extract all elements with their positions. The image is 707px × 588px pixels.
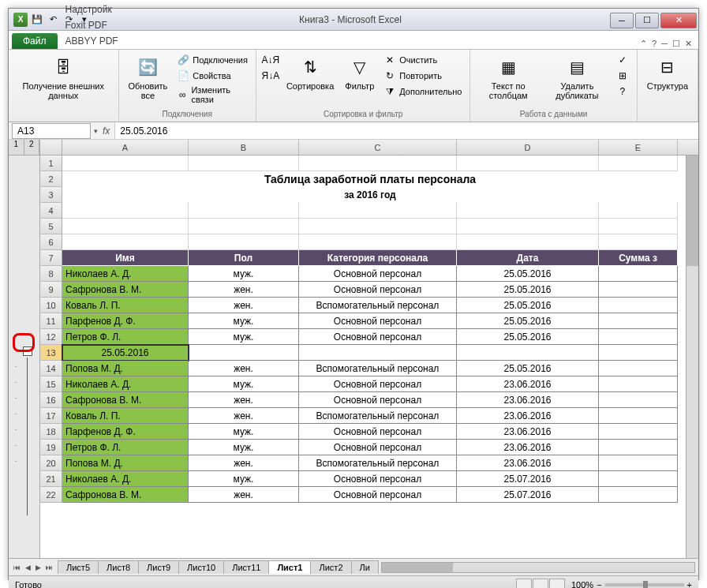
cell-date[interactable]: 25.05.2016: [457, 329, 599, 345]
header-category[interactable]: Категория персонала: [299, 250, 457, 266]
minimize-ribbon-icon[interactable]: ⌃: [640, 39, 647, 49]
cell[interactable]: [189, 203, 299, 219]
outline-button[interactable]: ⊟ Структура: [644, 53, 691, 92]
spreadsheet-grid[interactable]: A B C D E 1 2Таблица заработной платы пе…: [40, 140, 698, 558]
advanced-filter-button[interactable]: ⧩Дополнительно: [382, 84, 463, 99]
vertical-scrollbar[interactable]: [686, 155, 698, 558]
cell-name[interactable]: Николаев А. Д.: [62, 471, 189, 487]
cell-sum[interactable]: [599, 298, 678, 313]
cell-category[interactable]: Основной персонал: [299, 392, 457, 408]
cell-sum[interactable]: [599, 487, 678, 503]
row-header[interactable]: 7: [40, 250, 62, 266]
column-header-d[interactable]: D: [457, 140, 599, 155]
maximize-button[interactable]: ☐: [635, 13, 659, 28]
row-header[interactable]: 4: [40, 203, 62, 219]
cell[interactable]: [457, 219, 599, 234]
cell-gender[interactable]: муж.: [189, 440, 299, 455]
connections-button[interactable]: 🔗Подключения: [175, 53, 249, 67]
row-header[interactable]: 19: [40, 440, 62, 455]
cell[interactable]: [62, 203, 189, 219]
sheet-tab[interactable]: Лист2: [310, 560, 351, 574]
consolidate-button[interactable]: ⊞: [615, 69, 630, 83]
row-header[interactable]: 22: [40, 487, 62, 503]
column-header-e[interactable]: E: [599, 140, 678, 155]
cell-name[interactable]: Попова М. Д.: [62, 361, 189, 376]
edit-links-button[interactable]: ∞Изменить связи: [175, 84, 249, 105]
cell-sum[interactable]: [599, 376, 678, 392]
cell-gender[interactable]: муж.: [189, 376, 299, 392]
sheet-tab[interactable]: Лист1: [268, 560, 311, 574]
cell-name[interactable]: Петров Ф. Л.: [62, 440, 189, 455]
cell-date[interactable]: 25.05.2016: [457, 266, 599, 282]
text-to-columns-button[interactable]: ▦ Текст по столбцам: [477, 53, 540, 102]
zoom-slider[interactable]: [605, 583, 684, 586]
cell-date[interactable]: 23.06.2016: [457, 455, 599, 471]
cell-sum[interactable]: [599, 266, 678, 282]
row-header[interactable]: 5: [40, 219, 62, 234]
cell-gender[interactable]: жен.: [189, 282, 299, 298]
row-header[interactable]: 6: [40, 234, 62, 250]
cell-gender[interactable]: муж.: [189, 266, 299, 282]
row-header[interactable]: 12: [40, 329, 62, 345]
cell[interactable]: [599, 203, 678, 219]
cell[interactable]: [457, 345, 599, 361]
row-header[interactable]: 2: [40, 171, 62, 187]
name-box[interactable]: [12, 123, 91, 139]
cell[interactable]: [62, 219, 189, 234]
cell-date[interactable]: 25.07.2016: [457, 471, 599, 487]
cell[interactable]: [189, 345, 299, 361]
row-header[interactable]: 17: [40, 408, 62, 424]
cell-category[interactable]: Вспомогательный персонал: [299, 361, 457, 376]
cell-name[interactable]: Сафронова В. М.: [62, 392, 189, 408]
cell-date[interactable]: 25.05.2016: [457, 298, 599, 313]
cell-date[interactable]: 23.06.2016: [457, 440, 599, 455]
cell-gender[interactable]: жен.: [189, 408, 299, 424]
outline-collapse-button[interactable]: −: [23, 346, 32, 356]
cell-date[interactable]: 23.06.2016: [457, 392, 599, 408]
cell-sum[interactable]: [599, 455, 678, 471]
sheet-tab[interactable]: Ли: [351, 560, 379, 574]
outline-level-2[interactable]: 2: [24, 140, 40, 155]
minimize-button[interactable]: ─: [610, 13, 634, 28]
ribbon-tab[interactable]: Надстройк: [59, 2, 125, 17]
cell-gender[interactable]: жен.: [189, 487, 299, 503]
column-header-c[interactable]: C: [299, 140, 457, 155]
cell-name[interactable]: Сафронова В. М.: [62, 487, 189, 503]
sort-za-button[interactable]: Я↓А: [263, 69, 279, 83]
cell-gender[interactable]: жен.: [189, 298, 299, 313]
data-validation-button[interactable]: ✓: [615, 53, 630, 67]
cell-sum[interactable]: [599, 440, 678, 455]
cell-name[interactable]: Парфенов Д. Ф.: [62, 313, 189, 329]
fx-icon[interactable]: fx: [98, 125, 114, 137]
page-break-view-button[interactable]: [549, 579, 565, 589]
cell[interactable]: [599, 155, 678, 171]
row-header[interactable]: 14: [40, 361, 62, 376]
what-if-button[interactable]: ?: [615, 84, 630, 99]
filter-button[interactable]: ▽ Фильтр: [342, 53, 377, 92]
header-gender[interactable]: Пол: [189, 250, 299, 266]
remove-duplicates-button[interactable]: ▤ Удалить дубликаты: [544, 53, 610, 102]
row-header[interactable]: 11: [40, 313, 62, 329]
sheet-tab[interactable]: Лист9: [138, 560, 179, 574]
cell-category[interactable]: Основной персонал: [299, 266, 457, 282]
doc-max-icon[interactable]: ☐: [672, 39, 680, 49]
cell-category[interactable]: Основной персонал: [299, 313, 457, 329]
cell[interactable]: [299, 234, 457, 250]
cell-sum[interactable]: [599, 313, 678, 329]
select-all-corner[interactable]: [40, 140, 62, 155]
cell-date[interactable]: 25.05.2016: [457, 361, 599, 376]
cell-name[interactable]: Коваль Л. П.: [62, 298, 189, 313]
cell[interactable]: [189, 155, 299, 171]
cell-name[interactable]: Николаев А. Д.: [62, 376, 189, 392]
zoom-in-icon[interactable]: +: [687, 580, 692, 589]
cell[interactable]: [189, 234, 299, 250]
cell[interactable]: [599, 219, 678, 234]
doc-close-icon[interactable]: ✕: [685, 39, 692, 49]
cell-date[interactable]: 23.06.2016: [457, 424, 599, 440]
zoom-level[interactable]: 100%: [571, 580, 593, 589]
row-header[interactable]: 15: [40, 376, 62, 392]
doc-min-icon[interactable]: ─: [661, 39, 668, 49]
cell[interactable]: [62, 234, 189, 250]
cell-category[interactable]: Вспомогательный персонал: [299, 408, 457, 424]
cell-sum[interactable]: [599, 361, 678, 376]
